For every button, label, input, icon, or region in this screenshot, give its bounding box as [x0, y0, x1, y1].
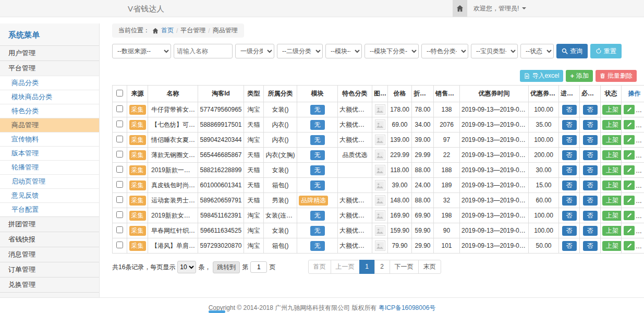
status-button[interactable]: 上架: [602, 241, 622, 251]
status-button[interactable]: 上架: [602, 135, 622, 145]
import-select-toggle[interactable]: 否: [562, 226, 577, 236]
page-button-2[interactable]: 2: [374, 260, 390, 274]
must-buy-toggle[interactable]: 否: [583, 165, 598, 175]
batch-delete-button[interactable]: 批量删除: [596, 70, 637, 82]
jump-page-input[interactable]: [250, 261, 267, 273]
level2-category-select[interactable]: --二级分类--: [277, 44, 323, 58]
status-select[interactable]: --状态--: [520, 44, 554, 58]
edit-button[interactable]: [624, 196, 635, 205]
breadcrumb-item: 平台管理: [180, 26, 205, 35]
row-checkbox[interactable]: [116, 105, 123, 112]
edit-button[interactable]: [624, 120, 635, 129]
status-button[interactable]: 上架: [602, 165, 622, 175]
sidebar-item-平台配置[interactable]: 平台配置: [0, 202, 99, 216]
page-button-1[interactable]: 1: [359, 260, 375, 274]
import-select-toggle[interactable]: 否: [562, 165, 577, 175]
row-checkbox[interactable]: [116, 226, 123, 233]
edit-button[interactable]: [624, 105, 635, 114]
import-select-toggle[interactable]: 否: [562, 105, 577, 115]
row-checkbox[interactable]: [116, 136, 123, 142]
icp-link[interactable]: 粤ICP备16098006号: [379, 304, 435, 311]
must-buy-toggle[interactable]: 否: [583, 105, 598, 115]
page-button-下一页[interactable]: 下一页: [390, 260, 419, 274]
edit-button[interactable]: [624, 226, 635, 235]
sidebar-item-用户管理[interactable]: 用户管理: [0, 45, 99, 61]
import-select-toggle[interactable]: 否: [562, 211, 577, 221]
sidebar-item-宣传物料[interactable]: 宣传物料: [0, 132, 99, 146]
level1-category-select[interactable]: 一级分类: [235, 44, 274, 58]
must-buy-toggle[interactable]: 否: [583, 241, 598, 251]
must-buy-toggle[interactable]: 否: [583, 135, 598, 145]
must-buy-toggle[interactable]: 否: [583, 150, 598, 160]
edit-button[interactable]: [624, 135, 635, 145]
edit-button[interactable]: [624, 241, 635, 250]
featured-category-select[interactable]: --特色分类--: [421, 44, 468, 58]
import-select-toggle[interactable]: 否: [562, 120, 577, 130]
sidebar-item-消息管理[interactable]: 消息管理: [0, 247, 99, 262]
row-checkbox[interactable]: [116, 181, 123, 188]
must-buy-toggle[interactable]: 否: [583, 180, 598, 190]
import-select-toggle[interactable]: 否: [562, 150, 577, 160]
must-buy-toggle[interactable]: 否: [583, 226, 598, 236]
must-buy-toggle[interactable]: 否: [583, 211, 598, 221]
select-all-checkbox[interactable]: [116, 90, 123, 97]
must-buy-toggle[interactable]: 否: [583, 196, 598, 206]
breadcrumb-prefix: 当前位置：: [118, 26, 150, 35]
reset-button[interactable]: 重置: [590, 44, 622, 58]
edit-button[interactable]: [624, 165, 635, 175]
import-select-toggle[interactable]: 否: [562, 135, 577, 145]
jump-button[interactable]: 跳转到: [213, 261, 240, 273]
module-select[interactable]: --模块--: [325, 44, 362, 58]
sidebar-item-版本管理[interactable]: 版本管理: [0, 146, 99, 160]
edit-button[interactable]: [624, 180, 635, 190]
search-button[interactable]: 查询: [556, 44, 588, 58]
must-buy-toggle[interactable]: 否: [583, 120, 598, 130]
sidebar-item-商品分类[interactable]: 商品分类: [0, 76, 99, 90]
sidebar-item-平台管理[interactable]: 平台管理: [0, 61, 99, 76]
sidebar-item-商品管理[interactable]: 商品管理: [0, 118, 99, 132]
add-button[interactable]: + 添加: [566, 70, 593, 82]
sidebar-item-轮播管理[interactable]: 轮播管理: [0, 160, 99, 174]
status-button[interactable]: 上架: [602, 211, 622, 221]
status-button[interactable]: 上架: [602, 105, 622, 115]
status-button[interactable]: 上架: [602, 196, 622, 206]
status-button[interactable]: 上架: [602, 120, 622, 130]
breadcrumb-home-link[interactable]: 首页: [161, 26, 174, 35]
import-select-toggle[interactable]: 否: [562, 196, 577, 206]
sidebar-item-省钱快报[interactable]: 省钱快报: [0, 232, 99, 247]
row-checkbox[interactable]: [116, 151, 123, 158]
row-checkbox[interactable]: [116, 242, 123, 248]
status-button[interactable]: 上架: [602, 150, 622, 160]
row-checkbox[interactable]: [116, 121, 123, 127]
row-checkbox[interactable]: [116, 166, 123, 173]
page-button-首页[interactable]: 首页: [308, 260, 331, 274]
page-size-select[interactable]: 10: [177, 261, 196, 273]
import-select-toggle[interactable]: 否: [562, 180, 577, 190]
coupon-amount: 100.00: [529, 102, 559, 117]
horizontal-scrollbar-thumb[interactable]: [209, 310, 225, 313]
user-menu[interactable]: 欢迎您，管理员!: [467, 0, 532, 17]
module-subcategory-select[interactable]: --模块下分类--: [364, 44, 419, 58]
edit-button[interactable]: [624, 150, 635, 160]
status-button[interactable]: 上架: [602, 226, 622, 236]
column-header: 折后价: [412, 86, 434, 102]
page-button-末页[interactable]: 末页: [418, 260, 441, 274]
sidebar-item-兑换管理[interactable]: 兑换管理: [0, 277, 99, 292]
data-source-select[interactable]: --数据来源--: [112, 44, 171, 58]
row-checkbox[interactable]: [116, 196, 123, 203]
import-excel-button[interactable]: 导入excel: [520, 70, 563, 82]
page-button-上一页[interactable]: 上一页: [331, 260, 360, 274]
sidebar-item-特色分类[interactable]: 特色分类: [0, 104, 99, 118]
name-input[interactable]: [174, 44, 233, 58]
sidebar-item-拼团管理[interactable]: 拼团管理: [0, 216, 99, 232]
sidebar-item-启动页管理[interactable]: 启动页管理: [0, 174, 99, 188]
home-button[interactable]: [453, 0, 467, 17]
status-button[interactable]: 上架: [602, 180, 622, 190]
item-type-select[interactable]: --宝贝类型--: [471, 44, 518, 58]
row-checkbox[interactable]: [116, 211, 123, 218]
sidebar-item-模块商品分类[interactable]: 模块商品分类: [0, 90, 99, 104]
sidebar-item-意见反馈[interactable]: 意见反馈: [0, 188, 99, 202]
import-select-toggle[interactable]: 否: [562, 241, 577, 251]
edit-button[interactable]: [624, 211, 635, 220]
sidebar-item-订单管理[interactable]: 订单管理: [0, 262, 99, 277]
